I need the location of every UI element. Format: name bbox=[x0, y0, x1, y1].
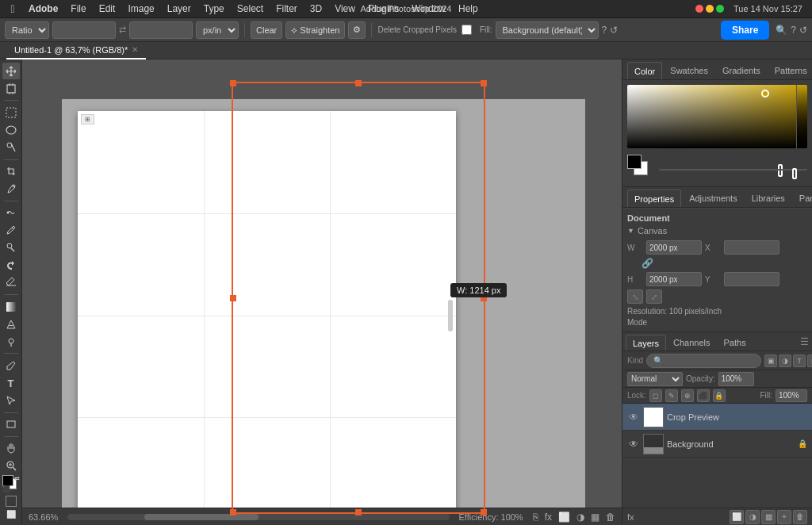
lock-position-btn[interactable]: ⊕ bbox=[681, 389, 694, 402]
add-adjustment-btn[interactable]: ◑ bbox=[745, 510, 760, 524]
group-icon[interactable]: ▦ bbox=[591, 512, 599, 523]
opacity-slider[interactable] bbox=[659, 169, 807, 171]
quick-mask-icon[interactable] bbox=[6, 496, 17, 507]
reset-icon[interactable]: ↺ bbox=[610, 25, 618, 36]
help-button[interactable]: ? bbox=[791, 25, 796, 36]
dodge-tool[interactable] bbox=[2, 333, 20, 350]
arrange-icon[interactable]: ⎘ bbox=[533, 512, 538, 523]
fg-color-swatch[interactable] bbox=[2, 475, 13, 486]
fg-bg-colors[interactable]: ⇄ ⬛ bbox=[2, 475, 20, 492]
menu-edit[interactable]: Edit bbox=[93, 0, 122, 18]
lasso-tool[interactable] bbox=[2, 121, 20, 138]
hue-thumb[interactable] bbox=[778, 164, 783, 177]
canvas-section-header[interactable]: ▼ Canvas bbox=[627, 226, 807, 236]
tab-swatches[interactable]: Swatches bbox=[664, 62, 714, 79]
delete-cropped-checkbox[interactable] bbox=[462, 25, 472, 35]
layers-search-input[interactable] bbox=[646, 354, 761, 368]
artboard-tool[interactable] bbox=[2, 80, 20, 97]
lock-artboard-btn[interactable]: ⬛ bbox=[697, 389, 710, 402]
gradient-tool[interactable] bbox=[2, 298, 20, 315]
marquee-tool[interactable] bbox=[2, 104, 20, 121]
help-icon[interactable]: ? bbox=[602, 25, 607, 36]
tab-properties[interactable]: Properties bbox=[627, 190, 681, 207]
kind-adjust-icon[interactable]: ◑ bbox=[779, 354, 791, 367]
default-colors-icon[interactable]: ⬛ bbox=[2, 485, 10, 492]
trash-icon[interactable]: 🗑 bbox=[606, 512, 615, 523]
menu-type[interactable]: Type bbox=[197, 0, 231, 18]
pen-tool[interactable] bbox=[2, 357, 20, 374]
lock-all-btn[interactable]: 🔒 bbox=[713, 389, 726, 402]
layer-vis-background[interactable]: 👁 bbox=[627, 438, 640, 450]
menu-select[interactable]: Select bbox=[231, 0, 270, 18]
fx-icon[interactable]: fx bbox=[545, 512, 552, 523]
tab-layers[interactable]: Layers bbox=[626, 335, 666, 351]
tab-paragraph[interactable]: Paragraph bbox=[793, 190, 812, 207]
mask-bottom-icon[interactable]: ⬜ bbox=[558, 512, 570, 523]
ratio-select[interactable]: Ratio bbox=[5, 21, 49, 39]
type-tool[interactable]: T bbox=[2, 375, 20, 392]
layer-item-crop-preview[interactable]: 👁 Crop Preview bbox=[622, 404, 812, 431]
tab-color[interactable]: Color bbox=[627, 62, 662, 79]
eraser-tool[interactable] bbox=[2, 274, 20, 291]
width-input[interactable] bbox=[646, 240, 702, 255]
canvas-btn-1[interactable]: ⤡ bbox=[627, 289, 643, 304]
menu-view[interactable]: View bbox=[328, 0, 362, 18]
x-input[interactable] bbox=[724, 240, 779, 255]
search-button[interactable]: 🔍 bbox=[776, 25, 787, 36]
kind-pixel-icon[interactable]: ▣ bbox=[764, 354, 777, 367]
menu-layer[interactable]: Layer bbox=[161, 0, 197, 18]
layer-item-background[interactable]: 👁 Background 🔒 bbox=[622, 431, 812, 458]
fg-swatch[interactable] bbox=[627, 155, 642, 169]
brush-tool[interactable] bbox=[2, 222, 20, 239]
move-tool[interactable] bbox=[2, 63, 20, 79]
opacity-input[interactable] bbox=[718, 372, 754, 386]
healing-tool[interactable] bbox=[2, 205, 20, 221]
shape-tool[interactable] bbox=[2, 416, 20, 433]
add-mask-btn[interactable]: ⬜ bbox=[730, 510, 744, 524]
eyedropper-tool[interactable] bbox=[2, 181, 20, 197]
menu-file[interactable]: File bbox=[64, 0, 92, 18]
fill-select[interactable]: Background (default) bbox=[496, 21, 599, 39]
tab-gradients[interactable]: Gradients bbox=[716, 62, 767, 79]
swap-colors-icon[interactable]: ⇄ bbox=[14, 475, 20, 482]
ratio-height-input[interactable] bbox=[129, 21, 193, 39]
hand-tool[interactable] bbox=[2, 440, 20, 457]
y-input[interactable] bbox=[724, 272, 779, 286]
kind-type-icon[interactable]: T bbox=[793, 354, 806, 367]
tab-libraries[interactable]: Libraries bbox=[745, 190, 791, 207]
blur-tool[interactable] bbox=[2, 316, 20, 332]
layers-panel-gear-icon[interactable]: ☰ bbox=[800, 336, 809, 347]
add-group-btn[interactable]: ▦ bbox=[761, 510, 776, 524]
document-tab[interactable]: Untitled-1 @ 63,7% (RGB/8)* ✕ bbox=[6, 42, 146, 59]
menu-adobe[interactable]: Adobe bbox=[22, 0, 64, 18]
scroll-thumb[interactable] bbox=[144, 514, 259, 520]
horizontal-scrollbar[interactable] bbox=[67, 514, 449, 520]
screen-mode-icon[interactable]: ⬜ bbox=[6, 510, 16, 519]
canvas-vscroll-handle[interactable] bbox=[448, 300, 453, 331]
lightness-bar[interactable] bbox=[796, 85, 807, 148]
tab-paths[interactable]: Paths bbox=[718, 335, 753, 351]
tab-channels[interactable]: Channels bbox=[667, 335, 716, 351]
settings-button[interactable]: ⚙ bbox=[348, 21, 366, 39]
add-layer-btn[interactable]: + bbox=[777, 510, 791, 524]
fill-input[interactable] bbox=[776, 389, 807, 402]
delete-layer-btn[interactable]: 🗑 bbox=[793, 510, 807, 524]
blend-mode-select[interactable]: Normal bbox=[627, 372, 683, 386]
tab-adjustments[interactable]: Adjustments bbox=[683, 190, 744, 207]
straighten-button[interactable]: ⟡ Straighten bbox=[285, 21, 345, 39]
info-icon[interactable]: ↺ bbox=[799, 25, 807, 36]
menu-filter[interactable]: Filter bbox=[270, 0, 304, 18]
adjustment-icon[interactable]: ◑ bbox=[576, 512, 584, 523]
unit-select[interactable]: px/in bbox=[196, 21, 239, 39]
fx-layers-icon[interactable]: fx bbox=[627, 512, 634, 522]
crop-tool[interactable] bbox=[2, 163, 20, 179]
zoom-tool[interactable] bbox=[2, 458, 20, 474]
tab-patterns[interactable]: Patterns bbox=[768, 62, 812, 79]
lock-pixels-btn[interactable]: ✎ bbox=[665, 389, 678, 402]
color-picker[interactable] bbox=[627, 85, 807, 148]
tab-close-icon[interactable]: ✕ bbox=[132, 45, 138, 54]
stamp-tool[interactable] bbox=[2, 240, 20, 256]
clear-button[interactable]: Clear bbox=[251, 21, 282, 39]
apple-logo-icon[interactable]:  bbox=[3, 2, 22, 15]
menu-help[interactable]: Help bbox=[452, 0, 485, 18]
